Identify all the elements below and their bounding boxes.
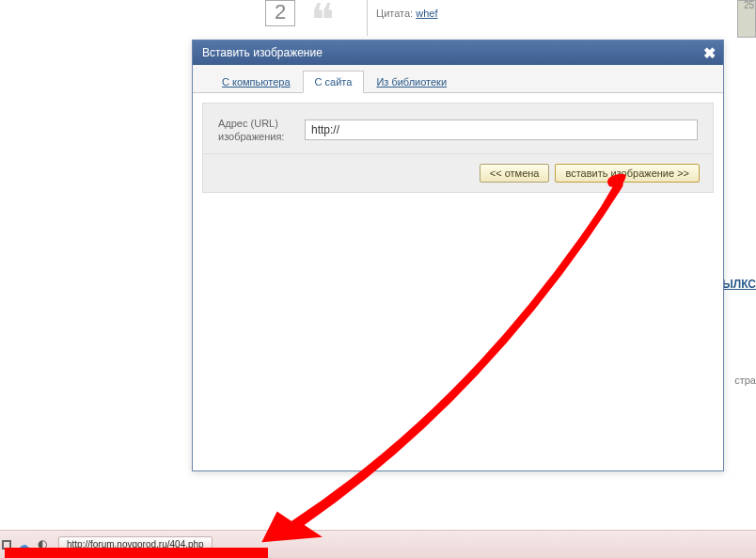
url-label: Адрес (URL) изображения: xyxy=(218,117,305,144)
tab-from-site[interactable]: С сайта xyxy=(303,71,365,93)
close-icon[interactable]: ✖ xyxy=(703,44,716,62)
quote-decoration: ❝ xyxy=(310,5,335,37)
url-form-row: Адрес (URL) изображения: xyxy=(202,103,714,154)
tab-from-library[interactable]: Из библиотеки xyxy=(364,71,459,93)
tab-from-computer[interactable]: С компьютера xyxy=(210,71,303,93)
vote-count: 2 xyxy=(265,0,295,26)
cancel-button[interactable]: << отмена xyxy=(480,164,550,183)
thumb-caption: 25 xyxy=(744,0,754,10)
annotation-underline xyxy=(5,548,268,558)
cite-author-link[interactable]: whef xyxy=(416,8,437,19)
dialog-header: Вставить изображение ✖ xyxy=(193,40,723,65)
dialog-title: Вставить изображение xyxy=(202,46,323,59)
quote-attribution: Цитата: whef xyxy=(376,8,437,19)
side-partial-text: стра xyxy=(734,375,756,386)
cite-label: Цитата: xyxy=(376,8,413,19)
url-input[interactable] xyxy=(305,120,698,140)
insert-button[interactable]: вставить изображение >> xyxy=(555,164,700,183)
dialog-buttons: << отмена вставить изображение >> xyxy=(202,154,714,193)
side-partial-link[interactable]: ЫЛКС xyxy=(722,278,756,291)
insert-image-dialog: Вставить изображение ✖ С компьютера С са… xyxy=(192,40,724,471)
divider xyxy=(367,0,368,36)
dialog-tabs: С компьютера С сайта Из библиотеки xyxy=(193,65,723,93)
